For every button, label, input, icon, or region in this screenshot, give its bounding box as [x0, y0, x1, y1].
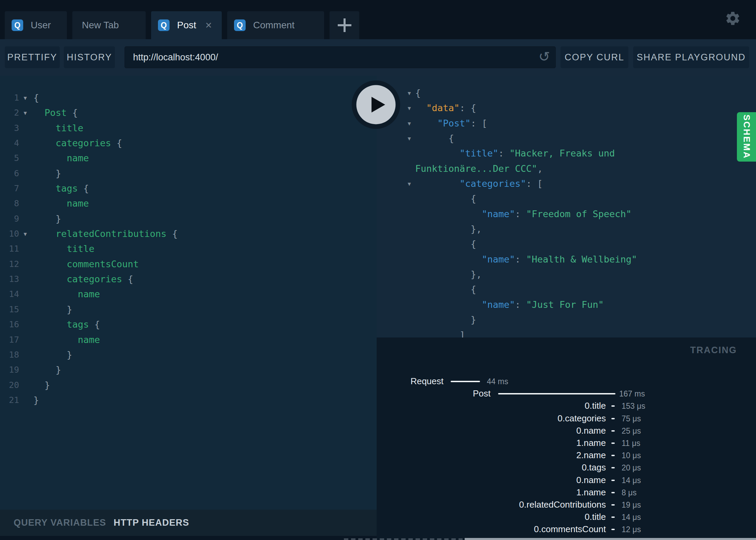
tab-new-tab[interactable]: New Tab [72, 11, 146, 39]
tracing-row: Request44 ms [377, 375, 756, 388]
fold-arrow-icon[interactable]: ▾ [377, 131, 412, 146]
token-punct: } [67, 349, 72, 360]
code-text: name [33, 332, 100, 347]
settings-gear-icon[interactable] [725, 10, 741, 27]
fold-gutter [377, 161, 412, 176]
line-number: 13 [0, 272, 19, 287]
fold-gutter [19, 151, 31, 166]
token-punct: { [471, 193, 476, 204]
query-line: 2▾Post { [0, 105, 377, 120]
query-editor-pane[interactable]: 1▾{2▾Post {3title4categories {5name6}7ta… [0, 76, 377, 510]
code-text: ] [415, 328, 465, 338]
code-text: name [33, 151, 89, 166]
query-line: 1▾{ [0, 90, 377, 105]
token-punct: : [498, 148, 510, 159]
query-variables-tab[interactable]: QUERY VARIABLES [14, 518, 106, 528]
code-text: { [415, 191, 476, 206]
response-line: "name": "Health & Wellbeing" [377, 252, 756, 267]
tracing-row-label: 0.name [576, 425, 606, 436]
token-punct: { [449, 133, 454, 144]
tracing-row: 0.name25 μs [377, 425, 756, 437]
token-punct: { [111, 138, 122, 148]
token-field: name [67, 198, 89, 209]
token-punct: }, [471, 269, 482, 280]
line-number: 2 [0, 105, 19, 120]
tracing-row-time: 12 μs [622, 525, 641, 534]
tracing-row-time: 10 μs [622, 451, 641, 460]
token-field: categories [56, 138, 111, 148]
code-text: }, [415, 222, 482, 237]
code-text: commentsCount [33, 257, 139, 272]
tab-user[interactable]: QUser [5, 11, 67, 39]
fold-gutter [19, 211, 31, 226]
line-number: 5 [0, 151, 19, 166]
line-number: 4 [0, 136, 19, 151]
response-line: ▾{ [377, 131, 756, 146]
tab-post[interactable]: QPost✕ [151, 11, 222, 39]
fold-gutter [19, 121, 31, 136]
tracing-row-label: 0.name [576, 475, 606, 485]
response-line: } [377, 312, 756, 327]
code-text: }, [415, 267, 482, 282]
token-punct: { [89, 319, 100, 330]
token-key: "Post" [437, 118, 471, 129]
tab-comment[interactable]: QComment [227, 11, 324, 39]
code-text: } [33, 302, 72, 317]
fold-gutter [19, 196, 31, 211]
fold-gutter [377, 328, 412, 338]
fold-arrow-icon[interactable]: ▾ [19, 105, 31, 120]
copy-curl-button[interactable]: COPY CURL [561, 46, 628, 68]
token-string: "Freedom of Speech" [526, 209, 631, 219]
response-line: ] [377, 328, 756, 338]
code-text: { [415, 237, 476, 252]
query-badge-icon: Q [234, 19, 246, 31]
tracing-title: TRACING [690, 345, 737, 356]
token-string: "Health & Wellbeing" [526, 254, 637, 265]
tracing-row: 0.title153 μs [377, 400, 756, 412]
reload-icon[interactable]: ↺ [538, 50, 550, 63]
line-number: 3 [0, 121, 19, 136]
code-text: name [33, 196, 89, 211]
query-line: 10▾relatedContributions { [0, 226, 377, 241]
code-text: title [33, 241, 94, 256]
fold-gutter [377, 191, 412, 206]
history-button[interactable]: HISTORY [64, 46, 115, 68]
line-number: 20 [0, 378, 19, 393]
tab-bar: QUserNew TabQPost✕QComment [0, 0, 756, 39]
tracing-duration-bar [498, 393, 615, 394]
tracing-row-time: 167 ms [619, 389, 645, 399]
fold-arrow-icon[interactable]: ▾ [19, 226, 31, 241]
tracing-row-time: 11 μs [622, 439, 640, 448]
prettify-button[interactable]: PRETTIFY [5, 46, 60, 68]
token-field: relatedContributions [56, 228, 166, 239]
fold-gutter [19, 181, 31, 196]
tracing-horizontal-scrollbar[interactable] [465, 538, 756, 540]
token-key: "title" [460, 148, 498, 159]
tracing-row-label: 0.tags [582, 462, 606, 473]
line-number: 10 [0, 226, 19, 241]
response-line: }, [377, 267, 756, 282]
code-text: "categories": [ [415, 176, 543, 191]
http-headers-tab[interactable]: HTTP HEADERS [114, 518, 189, 528]
response-line: { [377, 237, 756, 252]
code-text: categories { [33, 136, 122, 151]
token-field: commentsCount [67, 259, 139, 269]
code-text: "name": "Freedom of Speech" [415, 207, 631, 222]
tracing-row: 2.name10 μs [377, 449, 756, 462]
tab-close-icon[interactable]: ✕ [205, 20, 212, 30]
fold-gutter [19, 362, 31, 377]
token-field: name [78, 334, 100, 345]
new-tab-button[interactable] [330, 11, 359, 39]
bottom-strip [0, 536, 377, 540]
tracing-row-time: 8 μs [622, 488, 637, 497]
share-playground-button[interactable]: SHARE PLAYGROUND [633, 46, 749, 68]
execute-play-button[interactable] [351, 80, 401, 129]
tracing-row-time: 14 μs [622, 476, 641, 485]
code-text: name [33, 287, 100, 302]
endpoint-url-input[interactable]: http://localhost:4000/ ↺ [125, 46, 556, 68]
token-punct: : [ [471, 118, 488, 129]
fold-arrow-icon[interactable]: ▾ [377, 176, 412, 191]
token-punct: { [166, 228, 178, 239]
schema-tab[interactable]: SCHEMA [737, 112, 756, 162]
fold-arrow-icon[interactable]: ▾ [19, 90, 31, 105]
